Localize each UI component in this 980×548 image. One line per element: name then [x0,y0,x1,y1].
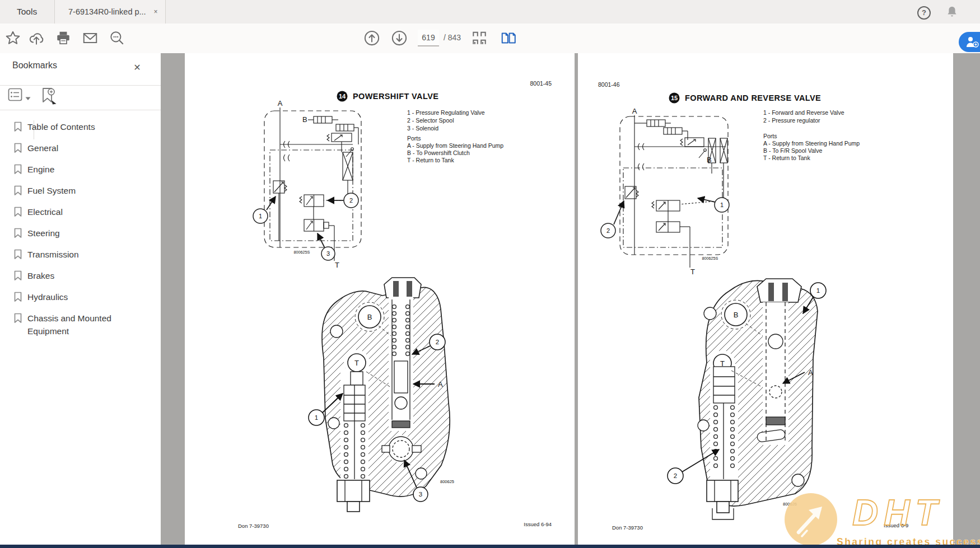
port-b-circle-label: B [367,313,372,321]
bookmark-icon [14,207,22,217]
left-page-code: 8001-45 [530,80,552,87]
ports-heading: Ports [763,133,777,139]
port-line: B - To F/R Spool Valve [763,147,822,154]
bookmark-icon [14,313,22,324]
document-tab-title: 7-69134R0-linked p... [68,0,146,24]
favorite-star-button[interactable] [4,30,21,46]
print-button[interactable] [55,30,72,46]
bookmark-item-engine[interactable]: Engine [0,158,161,180]
printer-icon [55,30,72,46]
left-hydraulic-schematic: A B [253,99,361,269]
right-page-content: 8001-46 15 FORWARD AND REVERSE VALVE 1 -… [578,53,953,545]
bookmark-icon [14,270,22,281]
callout-1: 1 [259,213,262,219]
bookmarks-toolbar [0,86,161,110]
tab-document[interactable]: 7-69134R0-linked p... × [54,0,166,24]
divider [0,110,161,110]
left-schematic-code: 800625S [294,250,310,255]
bookmark-label: Steering [27,227,60,243]
right-hydraulic-schematic: A B [601,107,729,276]
page-separator: / [444,33,446,42]
port-line: A - Supply from Steering Hand Pump [407,142,503,149]
bookmark-item-general[interactable]: General [0,137,161,158]
bookmarks-list: Table of Contents General Engine Fuel Sy… [0,116,161,338]
left-valve-cross-section: B T [309,278,454,512]
bookmark-label: Engine [27,163,54,180]
bookmark-icon [14,164,22,175]
arrow-down-circle-icon [391,30,408,46]
left-page-title: POWERSHIFT VALVE [353,92,438,101]
star-icon [4,30,21,46]
callout-3: 3 [326,250,330,257]
add-bookmark-icon [40,87,57,106]
left-legend: 1 - Pressure Regulating Valve 2 - Select… [407,109,503,163]
notifications-bell-icon[interactable] [945,6,959,19]
cloud-upload-button[interactable] [28,30,45,46]
callout-1: 1 [720,202,724,208]
port-line: T - Return to Tank [407,157,454,163]
taskbar-edge [0,545,980,548]
bookmark-label: Chassis and Mounted Equipment [27,312,120,338]
bookmark-item-chassis-and-mounted-equipment[interactable]: Chassis and Mounted Equipment [0,307,161,338]
close-tab-icon[interactable]: × [151,7,161,17]
bell-icon [945,6,959,19]
main-toolbar: 619 / 843 [0,24,980,54]
thumbnail-view-button[interactable] [471,30,488,46]
bookmark-label: Fuel System [27,184,76,201]
page-total: 843 [448,33,461,42]
right-footer-left: Don 7-39730 [612,524,643,531]
right-schematic-code: 800625S [702,256,718,261]
legend-line: 1 - Forward and Reverse Valve [763,109,844,116]
email-button[interactable] [82,30,99,46]
list-options-icon [8,88,23,102]
bookmark-item-electrical[interactable]: Electrical [0,201,161,222]
bookmarks-title: Bookmarks [12,60,57,71]
port-a-pointer-label: A [438,380,443,388]
callout-1: 1 [315,414,318,421]
right-page-title: FORWARD AND REVERSE VALVE [685,93,821,102]
bookmark-item-brakes[interactable]: Brakes [0,265,161,286]
bookmark-icon [14,228,22,238]
bookmarks-close-icon[interactable]: ✕ [130,61,144,74]
bookmarks-panel: Bookmarks ✕ [0,53,161,548]
bookmark-item-fuel-system[interactable]: Fuel System [0,180,161,201]
ports-heading: Ports [407,135,421,142]
callout-3: 3 [419,491,422,498]
port-a-label: A [278,99,283,107]
bookmark-icon [14,143,22,153]
bookmark-item-table-of-contents[interactable]: Table of Contents [0,116,161,137]
legend-line: 2 - Selector Spool [407,117,454,124]
watermark-brand: DHT [852,493,943,533]
port-t-circle-label: T [354,359,359,367]
callout-2: 2 [436,339,439,345]
bookmark-icon [14,292,22,302]
callout-2: 2 [349,197,353,204]
share-person-add-button[interactable] [959,32,980,52]
next-page-button[interactable] [391,30,408,46]
bookmark-item-steering[interactable]: Steering [0,222,161,243]
callout-2: 2 [606,227,610,234]
search-icon [109,30,125,46]
two-page-view-button[interactable] [500,30,517,46]
bookmark-icon [14,185,22,196]
help-icon[interactable]: ? [917,6,931,20]
port-t-label: T [690,268,695,276]
pdf-viewer-window: Tools 7-69134R0-linked p... × ? [0,0,980,548]
search-button[interactable] [109,30,125,46]
port-line: B - To Powershift Clutch [407,149,470,156]
bookmark-item-hydraulics[interactable]: Hydraulics [0,286,161,307]
add-bookmark-button[interactable] [40,87,57,108]
previous-page-button[interactable] [363,30,380,46]
chevron-down-icon [25,97,31,101]
bookmark-item-transmission[interactable]: Transmission [0,243,161,265]
options-dropdown-caret[interactable] [25,93,31,103]
port-a-label: A [632,107,637,115]
legend-line: 1 - Pressure Regulating Valve [407,109,485,116]
bookmark-icon [14,121,22,132]
page-number-input[interactable]: 619 [418,30,439,46]
right-section-heading: 15 FORWARD AND REVERSE VALVE [669,93,822,104]
left-footer-right: Issued 6-94 [524,521,552,527]
bookmark-icon [14,249,22,260]
port-b-label: B [302,115,307,124]
bookmark-options-button[interactable] [8,88,23,104]
